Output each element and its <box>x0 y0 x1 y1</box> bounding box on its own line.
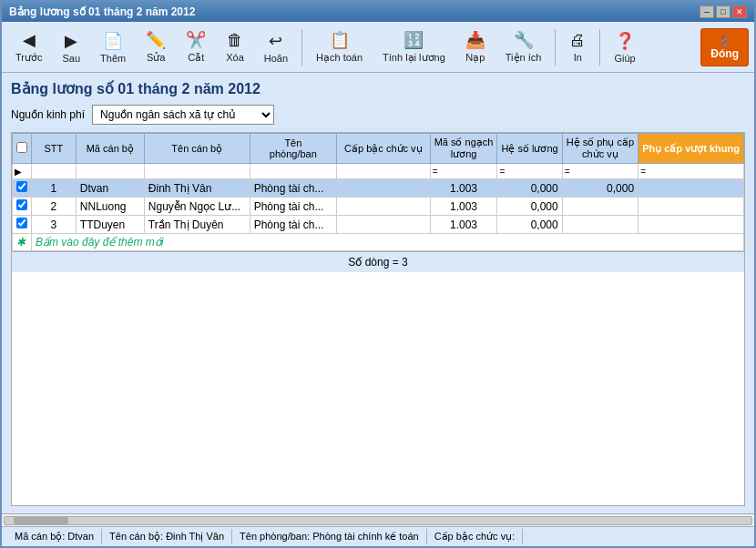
row-check-cell[interactable] <box>13 216 32 234</box>
delete-icon: 🗑 <box>227 31 243 50</box>
accounting-button[interactable]: 📋 Hạch toán <box>308 25 371 68</box>
col-ten-can-bo: Tên cán bộ <box>144 134 250 164</box>
nguon-kinh-phi-select[interactable]: Nguồn ngân sách xã tự chủ <box>92 105 274 125</box>
edit-icon: ✏️ <box>146 30 166 50</box>
accounting-label: Hạch toán <box>316 52 363 64</box>
filter-ma-cell[interactable] <box>76 164 144 179</box>
new-row[interactable]: ✱ Bấm vào đây để thêm mới <box>13 234 744 251</box>
row-stt: 3 <box>32 216 77 234</box>
col-ten-phong-ban: Tênphòng/ban <box>250 134 336 164</box>
next-button[interactable]: ▶ Sau <box>54 26 88 68</box>
data-table-container[interactable]: STT Mã cán bộ Tên cán bộ Tênphòng/ban Cấ… <box>11 132 745 506</box>
edit-button[interactable]: ✏️ Sửa <box>138 25 174 68</box>
content-area: Bảng lương số 01 tháng 2 năm 2012 Nguồn … <box>2 73 754 513</box>
row-checkbox[interactable] <box>16 218 27 228</box>
title-bar: Bảng lương số 01 tháng 2 năm 2012 ─ □ ✕ <box>2 2 754 22</box>
filter-stt-cell[interactable] <box>32 164 77 179</box>
table-row[interactable]: 1 Dtvan Đinh Thị Vân Phòng tài ch... 1.0… <box>13 179 744 198</box>
delete-label: Xóa <box>226 52 244 63</box>
maximize-button[interactable]: □ <box>716 5 730 18</box>
next-label: Sau <box>62 53 80 64</box>
new-row-label[interactable]: Bấm vào đây để thêm mới <box>32 234 744 251</box>
row-checkbox[interactable] <box>16 181 27 192</box>
close-dong-label: Đóng <box>710 47 739 60</box>
filter-label: Nguồn kinh phí <box>11 108 85 121</box>
row-phu-cap <box>562 216 638 234</box>
row-ma-can-bo: TTDuyen <box>76 216 144 234</box>
row-vuot-khung <box>639 179 744 198</box>
util-label: Tiện ích <box>506 52 542 64</box>
page-title: Bảng lương số 01 tháng 2 năm 2012 <box>11 80 745 97</box>
filter-ngach-cell[interactable]: = <box>430 164 497 179</box>
row-ma-can-bo: NNLuong <box>76 198 144 216</box>
statusbar-cap-bac: Cấp bậc chức vụ: <box>427 529 524 544</box>
row-ma-can-bo: Dtvan <box>76 179 144 198</box>
cut-button[interactable]: ✂️ Cắt <box>178 25 214 68</box>
load-button[interactable]: 📥 Nạp <box>457 25 494 68</box>
row-check-cell[interactable] <box>13 179 32 198</box>
separator-2 <box>555 29 556 66</box>
window-controls: ─ □ ✕ <box>700 5 747 18</box>
table-body: 1 Dtvan Đinh Thị Vân Phòng tài ch... 1.0… <box>13 179 744 251</box>
row-cap-bac <box>337 179 431 198</box>
filter-ten-input[interactable] <box>147 166 248 177</box>
filter-phucap-cell[interactable]: = <box>562 164 638 179</box>
row-vuot-khung <box>639 216 744 234</box>
horizontal-scrollbar[interactable] <box>2 513 754 526</box>
util-button[interactable]: 🔧 Tiện ích <box>497 25 550 68</box>
new-row-star: ✱ <box>13 234 32 251</box>
filter-ten-cell[interactable] <box>144 164 250 179</box>
scroll-thumb[interactable] <box>14 517 68 524</box>
statusbar-ten-can-bo: Tên cán bộ: Đinh Thị Vân <box>102 529 232 544</box>
print-button[interactable]: 🖨 In <box>561 26 594 67</box>
recalc-button[interactable]: 🔢 Tính lại lương <box>374 25 454 68</box>
col-ma-so-ngach-luong: Mã số ngạchlương <box>430 134 497 164</box>
minimize-button[interactable]: ─ <box>700 5 714 18</box>
filter-heso-cell[interactable]: = <box>497 164 562 179</box>
back-button[interactable]: ◀ Trước <box>7 25 50 68</box>
table-row[interactable]: 2 NNLuong Nguyễn Ngọc Lư... Phòng tài ch… <box>13 198 744 216</box>
add-icon: 📄 <box>103 31 123 51</box>
statusbar: Mã cán bộ: Dtvan Tên cán bộ: Đinh Thị Vâ… <box>2 526 754 546</box>
filter-stt-input[interactable] <box>34 166 74 177</box>
help-button[interactable]: ❓ Giúp <box>606 26 643 68</box>
add-button[interactable]: 📄 Thêm <box>92 26 134 68</box>
main-window: Bảng lương số 01 tháng 2 năm 2012 ─ □ ✕ … <box>0 0 756 548</box>
col-ma-can-bo: Mã cán bộ <box>76 134 144 164</box>
row-ngach-luong: 1.003 <box>430 198 497 216</box>
separator-3 <box>599 29 600 66</box>
close-dong-icon: 🚪 <box>718 35 731 47</box>
row-ngach-luong: 1.003 <box>430 179 497 198</box>
help-icon: ❓ <box>615 31 635 51</box>
util-icon: 🔧 <box>514 30 534 50</box>
row-check-cell[interactable] <box>13 198 32 216</box>
close-dong-button[interactable]: 🚪 Đóng <box>700 28 749 66</box>
filter-check-cell: ▶ <box>13 164 32 179</box>
select-all-checkbox[interactable] <box>16 142 27 153</box>
cut-label: Cắt <box>188 52 204 64</box>
filter-ma-input[interactable] <box>78 166 142 177</box>
row-he-so-luong: 0,000 <box>497 179 562 198</box>
cancel-button[interactable]: ↩ Hoãn <box>256 26 296 68</box>
filter-vuotkhung-cell[interactable]: = <box>639 164 744 179</box>
scroll-track[interactable] <box>4 516 752 525</box>
back-label: Trước <box>15 52 42 64</box>
row-stt: 1 <box>32 179 77 198</box>
row-ten-phong-ban: Phòng tài ch... <box>250 216 336 234</box>
cancel-icon: ↩ <box>269 31 282 51</box>
row-phu-cap: 0,000 <box>562 179 638 198</box>
delete-button[interactable]: 🗑 Xóa <box>218 26 252 67</box>
table-row[interactable]: 3 TTDuyen Trần Thị Duyên Phòng tài ch...… <box>13 216 744 234</box>
statusbar-ten-phong-ban: Tên phòng/ban: Phòng tài chính kế toán <box>232 529 427 544</box>
filter-cap-cell[interactable] <box>337 164 431 179</box>
filter-cap-input[interactable] <box>339 166 428 177</box>
filter-phong-input[interactable] <box>252 166 334 177</box>
close-button[interactable]: ✕ <box>732 5 747 18</box>
col-check <box>13 134 32 164</box>
cancel-label: Hoãn <box>264 53 288 64</box>
filter-phong-cell[interactable] <box>250 164 336 179</box>
load-label: Nạp <box>465 52 485 64</box>
row-ten-phong-ban: Phòng tài ch... <box>250 198 336 216</box>
row-ngach-luong: 1.003 <box>430 216 497 234</box>
row-checkbox[interactable] <box>16 199 27 210</box>
